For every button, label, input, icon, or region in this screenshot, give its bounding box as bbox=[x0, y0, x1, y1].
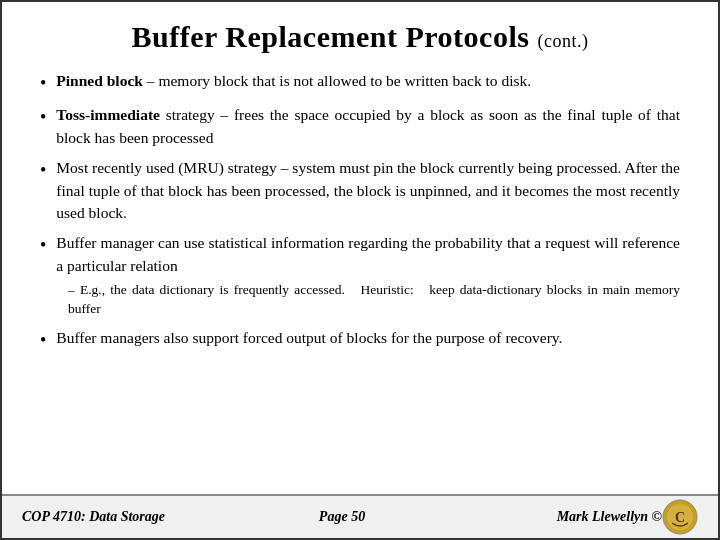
bullet-dot: • bbox=[40, 104, 46, 130]
footer-right-group: Mark Llewellyn © C bbox=[462, 499, 698, 535]
bullet-dot: • bbox=[40, 327, 46, 353]
bullet-text: Toss-immediate strategy – frees the spac… bbox=[56, 104, 680, 149]
bullet-text: Buffer manager can use statistical infor… bbox=[56, 232, 680, 277]
list-item: • Buffer managers also support forced ou… bbox=[40, 327, 680, 353]
bullet-text: Most recently used (MRU) strategy – syst… bbox=[56, 157, 680, 224]
slide-content: Buffer Replacement Protocols (cont.) • P… bbox=[2, 2, 718, 494]
list-item: • Pinned block – memory block that is no… bbox=[40, 70, 680, 96]
list-item: • Toss-immediate strategy – frees the sp… bbox=[40, 104, 680, 149]
slide-footer: COP 4710: Data Storage Page 50 Mark Llew… bbox=[2, 494, 718, 538]
footer-center: Page 50 bbox=[319, 509, 365, 525]
bullet-dot: • bbox=[40, 70, 46, 96]
list-item: • Most recently used (MRU) strategy – sy… bbox=[40, 157, 680, 224]
bullet-dot: • bbox=[40, 232, 46, 258]
sub-bullet: – E.g., the data dictionary is frequentl… bbox=[68, 281, 680, 319]
footer-right: Mark Llewellyn © bbox=[462, 509, 662, 525]
bold-term: Pinned block bbox=[56, 72, 143, 89]
title-cont: (cont.) bbox=[537, 31, 588, 51]
bullet-dot: • bbox=[40, 157, 46, 183]
bullet-text: Buffer managers also support forced outp… bbox=[56, 327, 680, 349]
footer-logo: C bbox=[662, 499, 698, 535]
svg-text:C: C bbox=[675, 510, 685, 525]
list-item: • Buffer manager can use statistical inf… bbox=[40, 232, 680, 319]
slide-container: Buffer Replacement Protocols (cont.) • P… bbox=[0, 0, 720, 540]
title-main: Buffer Replacement Protocols bbox=[132, 20, 530, 53]
bullet-list: • Pinned block – memory block that is no… bbox=[40, 70, 680, 484]
bullet-text: Pinned block – memory block that is not … bbox=[56, 70, 680, 92]
bold-term: Toss-immediate bbox=[56, 106, 160, 123]
slide-title: Buffer Replacement Protocols (cont.) bbox=[40, 20, 680, 54]
footer-left: COP 4710: Data Storage bbox=[22, 509, 222, 525]
